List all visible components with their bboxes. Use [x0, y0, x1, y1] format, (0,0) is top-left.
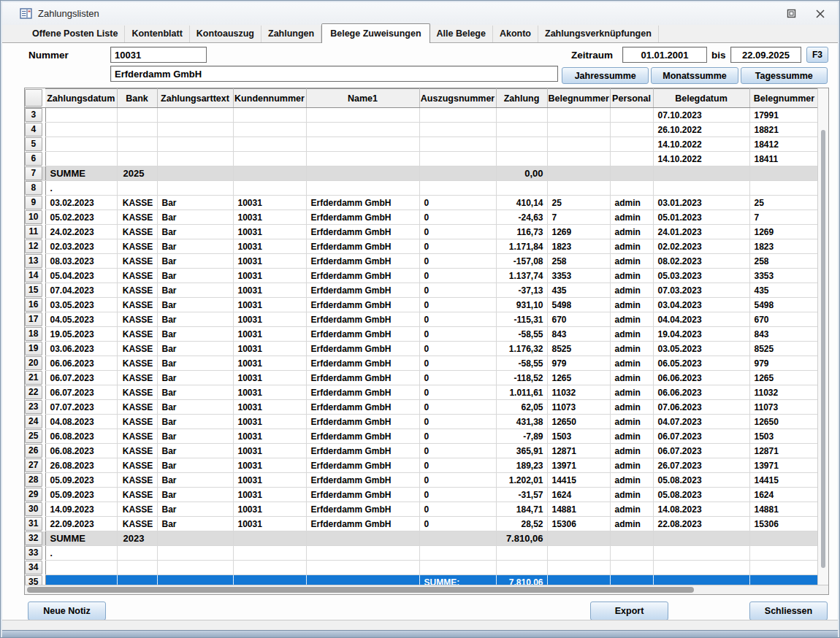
- cell[interactable]: [45, 152, 117, 166]
- cell[interactable]: 05.03.2023: [653, 269, 749, 283]
- row-selector[interactable]: 13: [25, 254, 45, 269]
- cell[interactable]: Erfderdamm GmbH: [306, 517, 419, 531]
- cell[interactable]: 13971: [547, 458, 610, 473]
- cell[interactable]: [233, 123, 306, 137]
- row-selector[interactable]: 3: [25, 108, 45, 123]
- cell[interactable]: 06.07.2023: [45, 371, 117, 385]
- cell[interactable]: 06.08.2023: [45, 429, 117, 444]
- cell[interactable]: Erfderdamm GmbH: [306, 269, 419, 283]
- cell[interactable]: KASSE: [117, 342, 157, 356]
- column-header-11[interactable]: Belegnummer: [749, 89, 817, 108]
- cell[interactable]: 03.05.2023: [45, 298, 117, 312]
- cell[interactable]: 2025: [117, 166, 157, 181]
- row-selector[interactable]: 14: [25, 269, 45, 283]
- cell[interactable]: 08.03.2023: [45, 254, 117, 269]
- cell[interactable]: 06.07.2023: [653, 429, 749, 444]
- cell[interactable]: 05.08.2023: [653, 473, 749, 488]
- cell[interactable]: 979: [547, 356, 610, 371]
- cell[interactable]: 14415: [547, 473, 610, 488]
- column-header-3[interactable]: Zahlungsarttext: [157, 89, 233, 108]
- row-selector[interactable]: 10: [25, 210, 45, 225]
- cell[interactable]: Erfderdamm GmbH: [306, 385, 419, 400]
- tab-zahlungsverknüpfungen[interactable]: Zahlungsverknüpfungen: [538, 26, 659, 42]
- cell[interactable]: Erfderdamm GmbH: [306, 210, 419, 225]
- cell[interactable]: 0: [419, 415, 496, 429]
- cell[interactable]: 28,52: [496, 517, 547, 531]
- cell[interactable]: Bar: [157, 312, 233, 327]
- cell[interactable]: 1624: [749, 488, 817, 502]
- cell[interactable]: admin: [610, 429, 653, 444]
- cell[interactable]: 25: [547, 196, 610, 210]
- cell[interactable]: 1.137,74: [496, 269, 547, 283]
- cell[interactable]: Erfderdamm GmbH: [306, 225, 419, 239]
- cell[interactable]: admin: [610, 502, 653, 517]
- cell[interactable]: [117, 561, 157, 575]
- cell[interactable]: 14415: [749, 473, 817, 488]
- cell[interactable]: 10031: [233, 517, 306, 531]
- cell[interactable]: KASSE: [117, 239, 157, 254]
- cell[interactable]: 03.05.2023: [653, 342, 749, 356]
- cell[interactable]: 03.04.2023: [653, 298, 749, 312]
- cell[interactable]: Erfderdamm GmbH: [306, 488, 419, 502]
- cell[interactable]: 0: [419, 458, 496, 473]
- cell[interactable]: 02.02.2023: [653, 239, 749, 254]
- cell[interactable]: [653, 531, 749, 546]
- cell[interactable]: 0: [419, 502, 496, 517]
- row-selector[interactable]: 4: [25, 123, 45, 137]
- cell[interactable]: 1.171,84: [496, 239, 547, 254]
- cell[interactable]: Erfderdamm GmbH: [306, 458, 419, 473]
- cell[interactable]: 11073: [547, 400, 610, 415]
- row-selector[interactable]: 34: [25, 561, 45, 575]
- cell[interactable]: 1.202,01: [496, 473, 547, 488]
- cell[interactable]: 19.05.2023: [45, 327, 117, 342]
- row-selector[interactable]: 9: [25, 196, 45, 210]
- cell[interactable]: 0: [419, 488, 496, 502]
- cell[interactable]: 1.011,61: [496, 385, 547, 400]
- cell[interactable]: [653, 561, 749, 575]
- cell[interactable]: 670: [547, 312, 610, 327]
- row-selector[interactable]: 12: [25, 239, 45, 254]
- cell[interactable]: 14.08.2023: [653, 502, 749, 517]
- cell[interactable]: 03.02.2023: [45, 196, 117, 210]
- cell[interactable]: Bar: [157, 502, 233, 517]
- cell[interactable]: [419, 166, 496, 181]
- cell[interactable]: Bar: [157, 488, 233, 502]
- cell[interactable]: KASSE: [117, 356, 157, 371]
- cell[interactable]: Erfderdamm GmbH: [306, 415, 419, 429]
- cell[interactable]: [653, 546, 749, 561]
- cell[interactable]: [157, 561, 233, 575]
- cell[interactable]: 05.08.2023: [653, 488, 749, 502]
- cell[interactable]: 24.02.2023: [45, 225, 117, 239]
- cell[interactable]: 03.06.2023: [45, 342, 117, 356]
- cell[interactable]: 0: [419, 342, 496, 356]
- row-selector[interactable]: 19: [25, 342, 45, 356]
- row-selector[interactable]: 27: [25, 458, 45, 473]
- cell[interactable]: -115,31: [496, 312, 547, 327]
- cell[interactable]: 189,23: [496, 458, 547, 473]
- cell[interactable]: 17991: [749, 108, 817, 123]
- cell[interactable]: Bar: [157, 458, 233, 473]
- nummer-input[interactable]: [110, 47, 207, 63]
- tab-akonto[interactable]: Akonto: [493, 26, 538, 42]
- cell[interactable]: [610, 108, 653, 123]
- cell[interactable]: Bar: [157, 327, 233, 342]
- cell[interactable]: [157, 575, 233, 585]
- cell[interactable]: [233, 137, 306, 152]
- cell[interactable]: 258: [749, 254, 817, 269]
- cell[interactable]: 04.04.2023: [653, 312, 749, 327]
- cell[interactable]: 18412: [749, 137, 817, 152]
- cell[interactable]: KASSE: [117, 298, 157, 312]
- cell[interactable]: -24,63: [496, 210, 547, 225]
- cell[interactable]: 10031: [233, 342, 306, 356]
- cell[interactable]: 18411: [749, 152, 817, 166]
- cell[interactable]: 843: [749, 327, 817, 342]
- cell[interactable]: 12871: [749, 444, 817, 458]
- cell[interactable]: [233, 561, 306, 575]
- cell[interactable]: 10031: [233, 502, 306, 517]
- cell[interactable]: [419, 152, 496, 166]
- cell[interactable]: 3353: [749, 269, 817, 283]
- cell[interactable]: [547, 531, 610, 546]
- cell[interactable]: admin: [610, 239, 653, 254]
- cell[interactable]: 0,00: [496, 166, 547, 181]
- cell[interactable]: [547, 561, 610, 575]
